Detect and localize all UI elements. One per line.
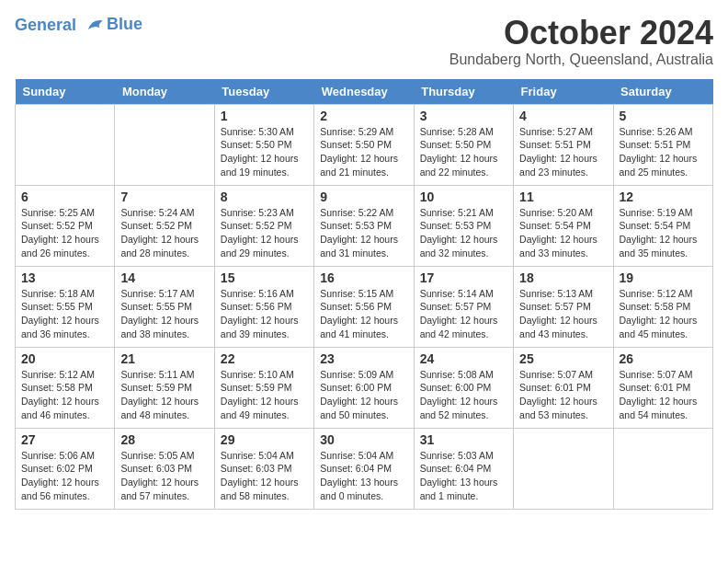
day-cell: 13Sunrise: 5:18 AMSunset: 5:55 PMDayligh…	[16, 266, 115, 347]
day-number: 18	[519, 270, 607, 285]
day-cell: 21Sunrise: 5:11 AMSunset: 5:59 PMDayligh…	[115, 347, 214, 428]
day-cell: 23Sunrise: 5:09 AMSunset: 6:00 PMDayligh…	[314, 347, 414, 428]
day-number: 21	[120, 351, 208, 366]
day-number: 15	[221, 270, 308, 285]
day-info: Sunrise: 5:11 AMSunset: 5:59 PMDaylight:…	[120, 368, 208, 422]
day-cell: 14Sunrise: 5:17 AMSunset: 5:55 PMDayligh…	[115, 266, 214, 347]
day-info: Sunrise: 5:24 AMSunset: 5:52 PMDaylight:…	[120, 206, 208, 260]
day-number: 4	[519, 109, 607, 123]
day-info: Sunrise: 5:12 AMSunset: 5:58 PMDaylight:…	[620, 287, 707, 341]
day-cell: 5Sunrise: 5:26 AMSunset: 5:51 PMDaylight…	[613, 104, 712, 185]
day-info: Sunrise: 5:29 AMSunset: 5:50 PMDaylight:…	[320, 125, 407, 179]
day-info: Sunrise: 5:12 AMSunset: 5:58 PMDaylight:…	[21, 368, 108, 422]
day-info: Sunrise: 5:22 AMSunset: 5:53 PMDaylight:…	[320, 206, 407, 260]
day-info: Sunrise: 5:07 AMSunset: 6:01 PMDaylight:…	[519, 368, 607, 422]
day-number: 11	[519, 190, 607, 204]
day-cell: 27Sunrise: 5:06 AMSunset: 6:02 PMDayligh…	[16, 428, 115, 509]
day-cell: 20Sunrise: 5:12 AMSunset: 5:58 PMDayligh…	[16, 347, 115, 428]
day-number: 29	[221, 432, 308, 447]
day-number: 5	[620, 109, 707, 123]
month-title: October 2024	[449, 15, 713, 52]
day-cell: 28Sunrise: 5:05 AMSunset: 6:03 PMDayligh…	[115, 428, 214, 509]
day-number: 2	[320, 109, 407, 123]
day-number: 22	[221, 351, 308, 366]
day-cell: 16Sunrise: 5:15 AMSunset: 5:56 PMDayligh…	[314, 266, 414, 347]
day-number: 10	[420, 190, 507, 204]
title-block: October 2024 Bundaberg North, Queensland…	[449, 15, 713, 68]
day-number: 26	[620, 351, 707, 366]
day-info: Sunrise: 5:06 AMSunset: 6:02 PMDaylight:…	[21, 449, 108, 503]
day-cell: 25Sunrise: 5:07 AMSunset: 6:01 PMDayligh…	[514, 347, 613, 428]
header-friday: Friday	[514, 79, 613, 105]
week-row-4: 20Sunrise: 5:12 AMSunset: 5:58 PMDayligh…	[16, 347, 713, 428]
day-number: 20	[21, 351, 108, 366]
day-number: 6	[21, 190, 108, 204]
day-cell: 1Sunrise: 5:30 AMSunset: 5:50 PMDaylight…	[214, 104, 313, 185]
day-cell: 6Sunrise: 5:25 AMSunset: 5:52 PMDaylight…	[16, 185, 115, 266]
day-info: Sunrise: 5:03 AMSunset: 6:04 PMDaylight:…	[420, 449, 507, 503]
day-number: 25	[519, 351, 607, 366]
day-cell: 4Sunrise: 5:27 AMSunset: 5:51 PMDaylight…	[514, 104, 613, 185]
logo-bird-icon	[85, 15, 107, 37]
day-cell: 10Sunrise: 5:21 AMSunset: 5:53 PMDayligh…	[414, 185, 513, 266]
day-number: 24	[420, 351, 507, 366]
day-cell: 15Sunrise: 5:16 AMSunset: 5:56 PMDayligh…	[214, 266, 313, 347]
day-cell: 17Sunrise: 5:14 AMSunset: 5:57 PMDayligh…	[414, 266, 513, 347]
header-wednesday: Wednesday	[314, 79, 414, 105]
header-thursday: Thursday	[414, 79, 513, 105]
logo-blue: Blue	[107, 15, 142, 34]
day-info: Sunrise: 5:04 AMSunset: 6:04 PMDaylight:…	[320, 449, 407, 503]
day-number: 1	[221, 109, 308, 123]
day-cell: 9Sunrise: 5:22 AMSunset: 5:53 PMDaylight…	[314, 185, 414, 266]
day-info: Sunrise: 5:08 AMSunset: 6:00 PMDaylight:…	[420, 368, 507, 422]
day-cell	[115, 104, 214, 185]
day-number: 27	[21, 432, 108, 447]
day-info: Sunrise: 5:23 AMSunset: 5:52 PMDaylight:…	[221, 206, 308, 260]
day-number: 3	[420, 109, 507, 123]
header-saturday: Saturday	[613, 79, 712, 105]
day-info: Sunrise: 5:14 AMSunset: 5:57 PMDaylight:…	[420, 287, 507, 341]
day-cell: 19Sunrise: 5:12 AMSunset: 5:58 PMDayligh…	[613, 266, 712, 347]
day-info: Sunrise: 5:16 AMSunset: 5:56 PMDaylight:…	[221, 287, 308, 341]
day-cell: 18Sunrise: 5:13 AMSunset: 5:57 PMDayligh…	[514, 266, 613, 347]
week-row-2: 6Sunrise: 5:25 AMSunset: 5:52 PMDaylight…	[16, 185, 713, 266]
header-sunday: Sunday	[16, 79, 115, 105]
day-number: 16	[320, 270, 407, 285]
logo: General Blue	[15, 15, 142, 37]
day-info: Sunrise: 5:07 AMSunset: 6:01 PMDaylight:…	[620, 368, 707, 422]
day-number: 14	[120, 270, 208, 285]
day-number: 7	[120, 190, 208, 204]
day-cell	[514, 428, 613, 509]
logo-general: General	[15, 16, 76, 34]
day-cell	[613, 428, 712, 509]
day-number: 13	[21, 270, 108, 285]
day-number: 23	[320, 351, 407, 366]
day-info: Sunrise: 5:10 AMSunset: 5:59 PMDaylight:…	[221, 368, 308, 422]
day-info: Sunrise: 5:15 AMSunset: 5:56 PMDaylight:…	[320, 287, 407, 341]
page-header: General Blue October 2024 Bundaberg Nort…	[15, 15, 713, 68]
day-info: Sunrise: 5:28 AMSunset: 5:50 PMDaylight:…	[420, 125, 507, 179]
day-info: Sunrise: 5:21 AMSunset: 5:53 PMDaylight:…	[420, 206, 507, 260]
week-row-3: 13Sunrise: 5:18 AMSunset: 5:55 PMDayligh…	[16, 266, 713, 347]
week-row-5: 27Sunrise: 5:06 AMSunset: 6:02 PMDayligh…	[16, 428, 713, 509]
day-cell: 8Sunrise: 5:23 AMSunset: 5:52 PMDaylight…	[214, 185, 313, 266]
day-info: Sunrise: 5:27 AMSunset: 5:51 PMDaylight:…	[519, 125, 607, 179]
day-number: 31	[420, 432, 507, 447]
header-monday: Monday	[115, 79, 214, 105]
calendar-table: SundayMondayTuesdayWednesdayThursdayFrid…	[15, 79, 713, 510]
day-number: 28	[120, 432, 208, 447]
day-info: Sunrise: 5:30 AMSunset: 5:50 PMDaylight:…	[221, 125, 308, 179]
day-cell: 7Sunrise: 5:24 AMSunset: 5:52 PMDaylight…	[115, 185, 214, 266]
day-info: Sunrise: 5:17 AMSunset: 5:55 PMDaylight:…	[120, 287, 208, 341]
day-number: 19	[620, 270, 707, 285]
day-info: Sunrise: 5:13 AMSunset: 5:57 PMDaylight:…	[519, 287, 607, 341]
day-info: Sunrise: 5:25 AMSunset: 5:52 PMDaylight:…	[21, 206, 108, 260]
day-cell: 31Sunrise: 5:03 AMSunset: 6:04 PMDayligh…	[414, 428, 513, 509]
day-info: Sunrise: 5:19 AMSunset: 5:54 PMDaylight:…	[620, 206, 707, 260]
day-cell: 29Sunrise: 5:04 AMSunset: 6:03 PMDayligh…	[214, 428, 313, 509]
header-tuesday: Tuesday	[214, 79, 313, 105]
week-row-1: 1Sunrise: 5:30 AMSunset: 5:50 PMDaylight…	[16, 104, 713, 185]
day-info: Sunrise: 5:04 AMSunset: 6:03 PMDaylight:…	[221, 449, 308, 503]
day-cell	[16, 104, 115, 185]
day-info: Sunrise: 5:05 AMSunset: 6:03 PMDaylight:…	[120, 449, 208, 503]
